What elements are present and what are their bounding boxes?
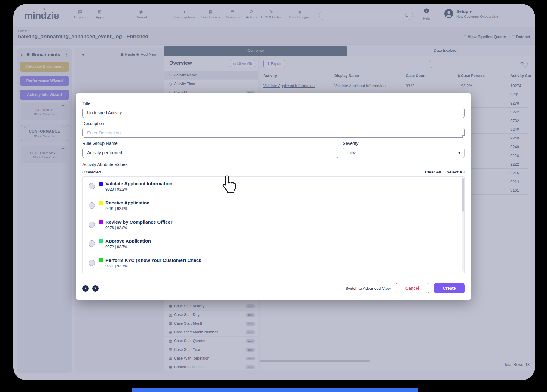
create-button[interactable]: Create — [434, 283, 465, 293]
radio-button[interactable] — [89, 260, 95, 266]
activity-color-swatch — [99, 182, 103, 186]
taskbar-strip — [132, 388, 418, 392]
radio-button[interactable] — [89, 240, 95, 247]
list-item[interactable]: Validate Applicant Information 9323 | 93… — [83, 177, 464, 196]
activity-stats: 9272 | 92.7% — [105, 245, 151, 249]
activity-color-swatch — [99, 220, 103, 224]
attribute-values-list: Validate Applicant Information 9323 | 93… — [82, 176, 465, 273]
list-item[interactable]: Approve Application 9272 | 92.7% — [83, 234, 464, 253]
resize-handle-icon[interactable] — [461, 134, 464, 137]
radio-button[interactable] — [89, 183, 95, 189]
app-window: mindzie ✳ ▤ Projects ⊞ Apps ◉ Current ◐ … — [13, 4, 535, 380]
activity-color-swatch — [99, 201, 103, 205]
info-button[interactable]: i — [82, 285, 89, 292]
radio-button[interactable] — [89, 222, 95, 228]
radio-button[interactable] — [89, 202, 95, 209]
activity-stats: 9291 | 92.9% — [105, 207, 150, 211]
clear-all-link[interactable]: Clear All — [425, 170, 441, 174]
rule-group-input[interactable] — [82, 148, 338, 158]
title-label: Title — [82, 101, 465, 106]
list-scrollbar[interactable] — [462, 178, 464, 272]
activity-stats: 9271 | 92.7% — [105, 264, 201, 268]
rule-group-label: Rule Group Name — [82, 141, 338, 146]
activity-color-swatch — [99, 239, 103, 243]
activity-stats: 9276 | 92.8% — [105, 226, 172, 230]
question-button[interactable]: ? — [92, 285, 99, 292]
severity-select[interactable]: Low ▾ — [343, 148, 465, 158]
selected-count: 0 selected — [82, 170, 101, 174]
scrollbar-thumb[interactable] — [462, 178, 464, 212]
cancel-button[interactable]: Cancel — [396, 283, 429, 293]
activity-color-swatch — [99, 258, 103, 262]
undesired-activity-dialog: Title Description Rule Group Name Severi… — [76, 93, 471, 300]
attributes-label: Activity Attribute Values — [82, 162, 465, 167]
activity-stats: 9323 | 93.2% — [105, 187, 172, 191]
list-item[interactable]: Review by Compliance Officer 9276 | 92.8… — [83, 215, 464, 234]
description-label: Description — [82, 121, 465, 126]
list-item[interactable]: Perform KYC (Know Your Customer) Check 9… — [83, 253, 464, 272]
title-input[interactable] — [82, 108, 465, 118]
description-input[interactable] — [82, 128, 465, 138]
screen: mindzie ✳ ▤ Projects ⊞ Apps ◉ Current ◐ … — [0, 0, 547, 392]
switch-advanced-view-link[interactable]: Switch to Advanced View — [345, 286, 391, 291]
severity-label: Severity — [343, 141, 465, 146]
caret-down-icon: ▾ — [458, 148, 460, 158]
select-all-link[interactable]: Select All — [447, 170, 465, 174]
list-item[interactable]: Receive Application 9291 | 92.9% — [83, 196, 464, 215]
cursor-pointer — [222, 175, 236, 194]
